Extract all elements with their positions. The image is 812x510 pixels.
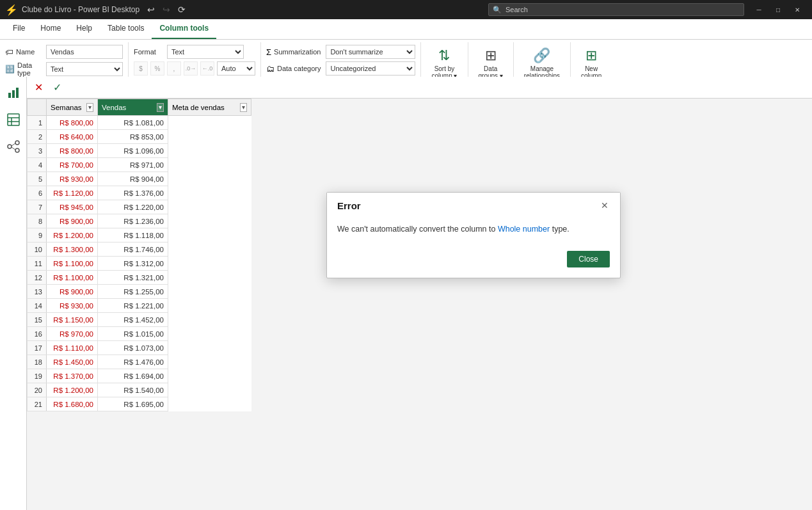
summarization-row: Σ Summarization Don't summarize Sum Aver… bbox=[266, 45, 415, 59]
table-row: 8R$ 900,00R$ 1.236,00 bbox=[28, 214, 251, 228]
semanas-filter-btn[interactable]: ▾ bbox=[86, 103, 93, 112]
tab-home[interactable]: Home bbox=[33, 19, 68, 39]
dollar-btn[interactable]: $ bbox=[134, 61, 148, 76]
vendas-cell: R$ 1.150,00 bbox=[47, 313, 98, 327]
percent-btn[interactable]: % bbox=[150, 61, 164, 76]
comma-btn[interactable]: , bbox=[167, 61, 181, 76]
row-num-cell: 14 bbox=[28, 299, 47, 313]
tab-column-tools[interactable]: Column tools bbox=[152, 19, 216, 39]
meta-cell: R$ 1.476,00 bbox=[98, 355, 168, 369]
table-row: 5R$ 930,00R$ 904,00 bbox=[28, 172, 251, 186]
row-num-cell: 11 bbox=[28, 257, 47, 271]
tab-file[interactable]: File bbox=[5, 19, 33, 39]
error-dialog-title: Error bbox=[337, 200, 361, 211]
meta-cell: R$ 1.540,00 bbox=[98, 383, 168, 397]
table-body: 1R$ 800,00R$ 1.081,002R$ 640,00R$ 853,00… bbox=[28, 116, 251, 411]
table-row: 20R$ 1.200,00R$ 1.540,00 bbox=[28, 383, 251, 397]
table-row: 14R$ 930,00R$ 1.221,00 bbox=[28, 299, 251, 313]
maximize-btn[interactable]: □ bbox=[768, 3, 788, 16]
search-placeholder: Search bbox=[506, 6, 528, 13]
vendas-cell: R$ 930,00 bbox=[47, 299, 98, 313]
svg-line-10 bbox=[12, 143, 15, 146]
ribbon-tabs: File Home Help Table tools Column tools bbox=[0, 19, 812, 40]
summarization-icon: Σ bbox=[266, 47, 271, 57]
sidebar-icon-chart[interactable] bbox=[3, 82, 24, 104]
sidebar-icon-model[interactable] bbox=[3, 136, 24, 157]
undo-redo-group: ↩ ↪ ⟳ bbox=[145, 3, 188, 16]
meta-cell: R$ 1.695,00 bbox=[98, 397, 168, 411]
error-dialog-close-btn[interactable]: ✕ bbox=[597, 199, 612, 212]
vendas-cell: R$ 1.370,00 bbox=[47, 369, 98, 383]
col-header-meta[interactable]: Meta de vendas ▾ bbox=[168, 99, 251, 116]
svg-point-8 bbox=[15, 141, 19, 145]
row-num-cell: 20 bbox=[28, 383, 47, 397]
vendas-cell: R$ 640,00 bbox=[47, 130, 98, 144]
new-column-icon: ⊞ bbox=[585, 47, 597, 64]
row-num-cell: 8 bbox=[28, 214, 47, 228]
search-bar[interactable]: 🔍 Search bbox=[488, 3, 744, 16]
datacategory-icon: 🗂 bbox=[266, 64, 275, 74]
svg-rect-2 bbox=[16, 88, 19, 98]
meta-cell: R$ 1.220,00 bbox=[98, 200, 168, 214]
row-num-cell: 5 bbox=[28, 172, 47, 186]
format-select[interactable]: Text Currency General bbox=[167, 45, 244, 59]
row-num-cell: 12 bbox=[28, 271, 47, 285]
refresh-btn[interactable]: ⟳ bbox=[175, 3, 188, 16]
datacategory-select[interactable]: Uncategorized Address City bbox=[326, 61, 415, 76]
vendas-cell: R$ 1.300,00 bbox=[47, 243, 98, 257]
tab-table-tools[interactable]: Table tools bbox=[100, 19, 152, 39]
semanas-col-label: Semanas bbox=[51, 104, 82, 111]
format-label: Format bbox=[134, 48, 164, 56]
svg-point-7 bbox=[8, 145, 12, 148]
row-num-cell: 21 bbox=[28, 397, 47, 411]
meta-cell: R$ 1.073,00 bbox=[98, 341, 168, 355]
table-row: 21R$ 1.680,00R$ 1.695,00 bbox=[28, 397, 251, 411]
summarization-label: Summarization bbox=[274, 48, 321, 56]
sidebar-icon-table[interactable] bbox=[3, 109, 24, 131]
table-row: 10R$ 1.300,00R$ 1.746,00 bbox=[28, 243, 251, 257]
table-row: 6R$ 1.120,00R$ 1.376,00 bbox=[28, 186, 251, 200]
table-row: 11R$ 1.100,00R$ 1.312,00 bbox=[28, 257, 251, 271]
meta-cell: R$ 1.221,00 bbox=[98, 299, 168, 313]
vendas-cell: R$ 900,00 bbox=[47, 214, 98, 228]
confirm-btn[interactable]: ✓ bbox=[51, 80, 64, 95]
col-header-semanas[interactable]: Semanas ▾ bbox=[47, 99, 98, 116]
row-num-cell: 15 bbox=[28, 313, 47, 327]
meta-cell: R$ 1.118,00 bbox=[98, 228, 168, 243]
datatype-select[interactable]: Text Whole number Decimal number bbox=[46, 62, 123, 76]
formula-bar: ✕ ✓ bbox=[27, 77, 812, 99]
name-icon: 🏷 bbox=[5, 47, 13, 57]
chart-icon bbox=[7, 86, 20, 99]
datatype-row: 🔡 Data type Text Whole number Decimal nu… bbox=[5, 61, 123, 77]
decimal-inc-btn[interactable]: .0→ bbox=[184, 61, 198, 76]
table-row: 3R$ 800,00R$ 1.096,00 bbox=[28, 144, 251, 158]
error-close-btn[interactable]: Close bbox=[567, 251, 610, 267]
meta-cell: R$ 1.255,00 bbox=[98, 285, 168, 299]
auto-select[interactable]: Auto bbox=[217, 61, 255, 76]
close-btn[interactable]: ✕ bbox=[788, 3, 807, 16]
summarization-select[interactable]: Don't summarize Sum Average bbox=[326, 45, 415, 59]
row-num-header bbox=[28, 99, 47, 116]
vendas-cell: R$ 1.110,00 bbox=[47, 341, 98, 355]
row-num-cell: 4 bbox=[28, 158, 47, 172]
minimize-btn[interactable]: ─ bbox=[749, 3, 768, 16]
name-input[interactable] bbox=[46, 45, 123, 59]
decimal-dec-btn[interactable]: ←.0 bbox=[200, 61, 214, 76]
name-label: 🏷 Name bbox=[5, 47, 44, 57]
cancel-btn[interactable]: ✕ bbox=[32, 80, 45, 95]
redo-btn[interactable]: ↪ bbox=[160, 3, 173, 16]
vendas-cell: R$ 1.100,00 bbox=[47, 257, 98, 271]
meta-filter-btn[interactable]: ▾ bbox=[240, 103, 247, 112]
row-num-cell: 19 bbox=[28, 369, 47, 383]
meta-cell: R$ 1.694,00 bbox=[98, 369, 168, 383]
table-row: 7R$ 945,00R$ 1.220,00 bbox=[28, 200, 251, 214]
undo-btn[interactable]: ↩ bbox=[145, 3, 157, 16]
error-dialog-titlebar: Error ✕ bbox=[327, 193, 620, 216]
table-row: 19R$ 1.370,00R$ 1.694,00 bbox=[28, 369, 251, 383]
svg-rect-1 bbox=[12, 90, 15, 98]
vendas-filter-btn[interactable]: ▾ bbox=[157, 103, 164, 112]
col-header-vendas[interactable]: Vendas ▾ bbox=[98, 99, 168, 116]
row-num-cell: 7 bbox=[28, 200, 47, 214]
tab-help[interactable]: Help bbox=[68, 19, 100, 39]
meta-cell: R$ 1.321,00 bbox=[98, 271, 168, 285]
